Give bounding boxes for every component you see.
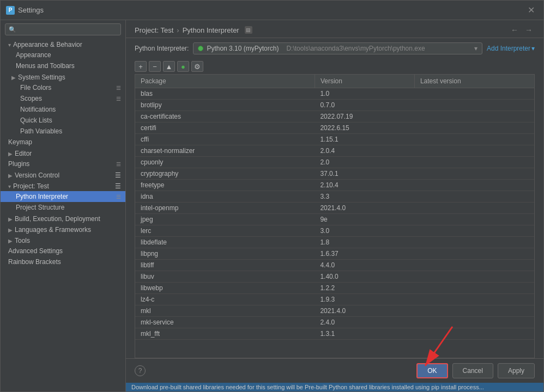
breadcrumb-separator: ›	[177, 26, 179, 34]
add-interpreter-button[interactable]: Add Interpreter ▾	[487, 45, 535, 52]
scopes-icon: ☰	[116, 96, 121, 102]
cell-0: intel-openmp	[135, 203, 315, 214]
interpreter-select-inner: Python 3.10 (myPytorch) D:\tools\anacond…	[198, 45, 425, 52]
status-bar: Download pre-built shared libraries need…	[126, 383, 543, 391]
cell-0: cffi	[135, 134, 315, 145]
sidebar-item-plugins[interactable]: Plugins ☰	[1, 158, 125, 169]
search-input[interactable]	[19, 26, 117, 33]
title-bar-left: P Settings	[6, 6, 44, 15]
interpreter-dropdown[interactable]: Python 3.10 (myPytorch) D:\tools\anacond…	[193, 42, 482, 54]
sidebar-item-keymap[interactable]: Keymap	[1, 137, 125, 148]
table-row: brotlipy0.7.0	[135, 100, 534, 111]
settings-button[interactable]: ⚙	[191, 61, 203, 72]
cell-0: lerc	[135, 225, 315, 237]
right-panel: Project: Test › Python Interpreter ▤ ← →…	[126, 20, 543, 358]
package-table-body: blas1.0brotlipy0.7.0ca-certificates2022.…	[135, 88, 534, 340]
cell-1: 2021.4.0	[315, 305, 414, 317]
up-package-button[interactable]: ▲	[163, 61, 175, 72]
sidebar-item-scopes[interactable]: Scopes ☰	[1, 93, 125, 104]
sidebar: 🔍 ▾ Appearance & Behavior Appearance Men…	[1, 20, 126, 391]
col-package: Package	[135, 75, 315, 88]
sidebar-item-quick-lists[interactable]: Quick Lists	[1, 115, 125, 126]
close-button[interactable]: ✕	[524, 4, 538, 16]
table-row: ca-certificates2022.07.19	[135, 111, 534, 122]
cell-0: freetype	[135, 180, 315, 191]
sidebar-item-editor[interactable]: ▶ Editor	[1, 148, 125, 158]
cell-2	[414, 191, 534, 203]
status-text: Download pre-built shared libraries need…	[131, 384, 484, 390]
sidebar-item-file-colors[interactable]: File Colors ☰	[1, 82, 125, 93]
apply-button[interactable]: Apply	[498, 363, 535, 378]
table-row: blas1.0	[135, 88, 534, 100]
sidebar-item-python-interpreter[interactable]: Python Interpreter ☰	[1, 191, 125, 202]
sidebar-item-build-exec[interactable]: ▶ Build, Execution, Deployment	[1, 213, 125, 224]
action-buttons: OK Cancel Apply	[416, 363, 535, 378]
cell-2	[414, 260, 534, 271]
cell-1: 2.4.0	[315, 317, 414, 328]
cell-1: 3.3	[315, 191, 414, 203]
cell-1: 2.0	[315, 157, 414, 168]
project-icon: ☰	[115, 182, 121, 190]
nav-arrows: ← →	[509, 26, 535, 34]
cell-2	[414, 237, 534, 248]
remove-package-button[interactable]: −	[149, 61, 161, 72]
editor-arrow: ▶	[8, 151, 13, 157]
interpreter-path: D:\tools\anaconda3\envs\myPytorch\python…	[286, 45, 425, 52]
table-row: jpeg9e	[135, 214, 534, 225]
cell-0: libuv	[135, 271, 315, 283]
add-package-button[interactable]: +	[135, 61, 147, 72]
sidebar-item-menus-toolbars[interactable]: Menus and Toolbars	[1, 60, 125, 71]
help-button[interactable]: ?	[135, 365, 146, 376]
sidebar-item-path-variables[interactable]: Path Variables	[1, 126, 125, 137]
cell-0: cryptography	[135, 168, 315, 180]
cancel-button[interactable]: Cancel	[452, 363, 493, 378]
cell-2	[414, 328, 534, 340]
dialog-title: Settings	[18, 6, 44, 14]
settings-dialog: P Settings ✕ 🔍 ▾ Appearance & Behavior A…	[0, 0, 544, 392]
cell-0: cpuonly	[135, 157, 315, 168]
cell-0: blas	[135, 88, 315, 100]
sidebar-item-system-settings[interactable]: ▶ System Settings	[1, 71, 125, 82]
sidebar-item-project-structure[interactable]: Project Structure	[1, 202, 125, 213]
dropdown-arrow: ▾	[474, 45, 477, 52]
sidebar-item-notifications[interactable]: Notifications	[1, 104, 125, 115]
breadcrumb-parent: Project: Test	[135, 26, 173, 34]
sidebar-item-project-test[interactable]: ▾ Project: Test ☰	[1, 180, 125, 191]
cell-0: mkl	[135, 305, 315, 317]
cell-1: 2022.6.15	[315, 122, 414, 134]
sidebar-item-advanced-settings[interactable]: Advanced Settings	[1, 246, 125, 256]
cell-0: libtiff	[135, 260, 315, 271]
cell-2	[414, 134, 534, 145]
breadcrumb: Project: Test › Python Interpreter ▤	[135, 26, 252, 34]
table-row: mkl-service2.4.0	[135, 317, 534, 328]
cell-0: mkl_fft	[135, 328, 315, 340]
sidebar-item-tools[interactable]: ▶ Tools	[1, 235, 125, 246]
cell-2	[414, 305, 534, 317]
cell-1: 2022.07.19	[315, 111, 414, 122]
cell-0: certifi	[135, 122, 315, 134]
cell-2	[414, 214, 534, 225]
sidebar-item-rainbow-brackets[interactable]: Rainbow Brackets	[1, 256, 125, 267]
refresh-button[interactable]: ●	[177, 61, 189, 72]
forward-button[interactable]: →	[523, 26, 535, 34]
cell-1: 1.2.2	[315, 283, 414, 294]
sidebar-item-appearance-behavior[interactable]: ▾ Appearance & Behavior	[1, 39, 125, 50]
cell-2	[414, 203, 534, 214]
sidebar-item-languages[interactable]: ▶ Languages & Frameworks	[1, 224, 125, 235]
package-table-wrapper: Package Version Latest version blas1.0br…	[135, 74, 535, 358]
search-box[interactable]: 🔍	[5, 23, 121, 35]
breadcrumb-icon: ▤	[245, 26, 252, 34]
cell-1: 37.0.1	[315, 168, 414, 180]
back-button[interactable]: ←	[509, 26, 521, 34]
interpreter-row: Python Interpreter: Python 3.10 (myPytor…	[126, 38, 543, 59]
cell-1: 1.3.1	[315, 328, 414, 340]
interpreter-name: Python 3.10 (myPytorch)	[207, 45, 279, 52]
ok-button[interactable]: OK	[416, 363, 448, 378]
cell-0: idna	[135, 191, 315, 203]
sidebar-item-version-control[interactable]: ▶ Version Control ☰	[1, 169, 125, 180]
table-row: cpuonly2.0	[135, 157, 534, 168]
interpreter-label: Python Interpreter:	[135, 45, 189, 52]
sidebar-item-appearance[interactable]: Appearance	[1, 50, 125, 60]
cell-1: 2.10.4	[315, 180, 414, 191]
breadcrumb-current: Python Interpreter	[183, 26, 239, 34]
